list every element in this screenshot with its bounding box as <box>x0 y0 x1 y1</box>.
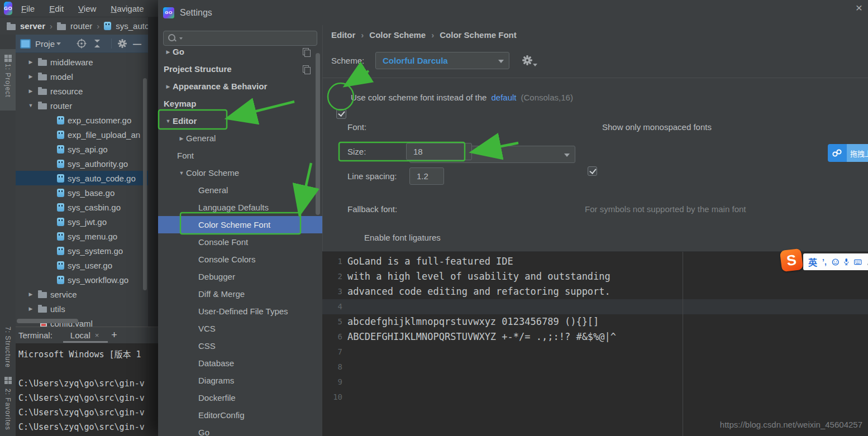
settings-item-diagrams[interactable]: Diagrams <box>158 372 322 389</box>
tree-item-middleware[interactable]: ▶middleware <box>16 55 148 69</box>
settings-item-font[interactable]: Font <box>158 147 322 164</box>
settings-search-input[interactable] <box>163 31 317 46</box>
chevron-expanded-icon[interactable]: ▼ <box>27 103 35 108</box>
line-spacing-input[interactable]: 1.2 <box>409 167 444 185</box>
chevron-collapsed-icon[interactable]: ▶ <box>27 74 35 79</box>
stripe-tab-favorites[interactable]: 2: Favorites <box>4 389 12 430</box>
sogou-mode-button[interactable]: 英 <box>808 255 817 269</box>
chevron-expanded-icon[interactable]: ▼ <box>164 118 173 124</box>
menu-item-edit[interactable]: Edit <box>49 4 64 13</box>
chevron-expanded-icon[interactable]: ▼ <box>177 170 186 176</box>
tree-item-label: exp_customer.go <box>68 116 131 125</box>
tree-item-resource[interactable]: ▶resource <box>16 84 148 98</box>
hide-panel-icon[interactable]: — <box>133 39 141 49</box>
settings-item-debugger[interactable]: Debugger <box>158 268 322 285</box>
monospaced-checkbox[interactable] <box>588 166 597 176</box>
settings-item-console-colors[interactable]: Console Colors <box>158 251 322 268</box>
project-tree-horizontal-scrollbar[interactable] <box>17 319 78 323</box>
settings-item-css[interactable]: CSS <box>158 337 322 354</box>
terminal-new-tab-button[interactable]: + <box>111 329 117 341</box>
settings-item-general[interactable]: General <box>158 181 322 199</box>
preview-text: GoLand is a full-featured IDE <box>347 254 513 269</box>
tree-item-service[interactable]: ▶service <box>16 287 148 301</box>
chevron-collapsed-icon[interactable]: ▶ <box>164 84 173 89</box>
emoji-icon[interactable] <box>832 257 840 267</box>
project-tree-vertical-scrollbar[interactable] <box>143 78 147 290</box>
settings-item-language-defaults[interactable]: Language Defaults <box>158 199 322 216</box>
settings-item-general[interactable]: ▶General <box>158 130 322 147</box>
settings-item-keymap[interactable]: Keymap <box>158 95 322 112</box>
gear-icon[interactable] <box>117 39 127 49</box>
chevron-collapsed-icon[interactable]: ▶ <box>177 136 186 141</box>
tree-item-sys-casbin-go[interactable]: sys_casbin.go <box>16 200 148 214</box>
settings-item-dockerfile[interactable]: Dockerfile <box>158 389 322 406</box>
microphone-icon[interactable] <box>844 257 849 267</box>
tree-item-sys-jwt-go[interactable]: sys_jwt.go <box>16 214 148 229</box>
tree-item-utils[interactable]: ▶utils <box>16 301 148 316</box>
tree-item-sys-api-go[interactable]: sys_api.go <box>16 142 148 156</box>
settings-item-color-scheme-font[interactable]: Color Scheme Font <box>158 216 322 233</box>
tree-item-sys-system-go[interactable]: sys_system.go <box>16 243 148 258</box>
settings-item-console-font[interactable]: Console Font <box>158 233 322 251</box>
project-panel-title[interactable]: Proje <box>35 39 55 49</box>
breadcrumb-item-sys-auto[interactable]: sys_auto <box>116 21 149 31</box>
sogou-logo-icon[interactable]: S <box>780 248 803 272</box>
terminal-output[interactable]: Microsoft Windows [版本 1C:\Users\zyq\go\s… <box>16 343 158 436</box>
scheme-select[interactable]: Colorful Darcula <box>375 52 509 69</box>
settings-item-label: Dockerfile <box>198 393 236 403</box>
terminal-tab-local[interactable]: Local <box>70 330 90 340</box>
menu-item-navigate[interactable]: Navigate <box>111 4 144 13</box>
locate-icon[interactable] <box>77 39 87 49</box>
tree-item-sys-user-go[interactable]: sys_user.go <box>16 258 148 272</box>
settings-item-diff-merge[interactable]: Diff & Merge <box>158 285 322 303</box>
menu-item-view[interactable]: View <box>78 4 96 13</box>
settings-tree-scrollbar[interactable] <box>316 53 320 215</box>
settings-item-editor[interactable]: ▼Editor <box>158 112 322 130</box>
use-scheme-font-checkbox[interactable] <box>336 109 346 119</box>
restore-defaults-icon[interactable] <box>303 48 309 55</box>
settings-item-go[interactable]: ▶Go <box>158 48 322 60</box>
tree-item-sys-authority-go[interactable]: sys_authority.go <box>16 156 148 171</box>
tree-item-sys-auto-code-go[interactable]: sys_auto_code.go <box>16 171 148 185</box>
tree-item-router[interactable]: ▼router <box>16 98 148 113</box>
tree-item-exp-customer-go[interactable]: exp_customer.go <box>16 113 148 127</box>
settings-item-appearance-behavior[interactable]: ▶Appearance & Behavior <box>158 78 322 95</box>
settings-item-editorconfig[interactable]: EditorConfig <box>158 406 322 424</box>
stripe-tab-structure[interactable]: 7: Structure <box>4 327 12 368</box>
preview-line-6: 6ABCDEFGHIJKLMNOPQRSTUVWXYZ +-*/= .,;:!?… <box>322 329 868 344</box>
tree-item-sys-workflow-go[interactable]: sys_workflow.go <box>16 272 148 287</box>
settings-item-color-scheme[interactable]: ▼Color Scheme <box>158 164 322 181</box>
restore-defaults-icon[interactable] <box>303 65 309 73</box>
settings-item-vcs[interactable]: VCS <box>158 320 322 337</box>
chevron-collapsed-icon[interactable]: ▶ <box>164 49 173 55</box>
fallback-font-label: Fallback font: <box>347 204 397 214</box>
breadcrumb-item-router[interactable]: router <box>70 21 92 31</box>
menu-item-file[interactable]: File <box>21 4 35 13</box>
size-input[interactable]: 18 <box>406 143 472 160</box>
tree-item-exp-file-upload-an[interactable]: exp_file_upload_an <box>16 127 148 142</box>
tree-item-model[interactable]: ▶model <box>16 69 148 84</box>
project-panel-caret-icon[interactable] <box>56 42 61 45</box>
chevron-collapsed-icon[interactable]: ▶ <box>27 306 35 312</box>
sogou-input-toolbar[interactable]: 英 ’, <box>803 253 868 270</box>
terminal-tab-close-icon[interactable]: × <box>95 331 99 339</box>
settings-item-user-defined-file-types[interactable]: User-Defined File Types <box>158 303 322 320</box>
tree-item-sys-menu-go[interactable]: sys_menu.go <box>16 229 148 243</box>
default-link[interactable]: default <box>491 93 516 102</box>
chevron-collapsed-icon[interactable]: ▶ <box>27 59 35 65</box>
chevron-collapsed-icon[interactable]: ▶ <box>27 88 35 94</box>
sogou-punctuation-button[interactable]: ’, <box>822 257 827 266</box>
settings-item-go[interactable]: Go <box>158 424 322 436</box>
settings-item-database[interactable]: Database <box>158 354 322 372</box>
settings-item-project-structure[interactable]: Project Structure <box>158 60 322 78</box>
chevron-collapsed-icon[interactable]: ▶ <box>27 291 35 297</box>
stripe-tab-project[interactable]: 1: Project <box>4 64 12 98</box>
baidu-netdisk-widget[interactable]: 拖拽上传 <box>828 144 868 162</box>
scheme-gear-icon[interactable] <box>522 55 533 66</box>
tree-item-sys-base-go[interactable]: sys_base.go <box>16 185 148 200</box>
close-icon[interactable]: × <box>856 1 862 15</box>
collapse-all-icon[interactable] <box>93 39 101 48</box>
font-preview-editor[interactable]: 1GoLand is a full-featured IDE2with a hi… <box>322 251 868 436</box>
breadcrumb-item-server[interactable]: server <box>20 21 45 31</box>
keyboard-icon[interactable] <box>854 258 862 266</box>
